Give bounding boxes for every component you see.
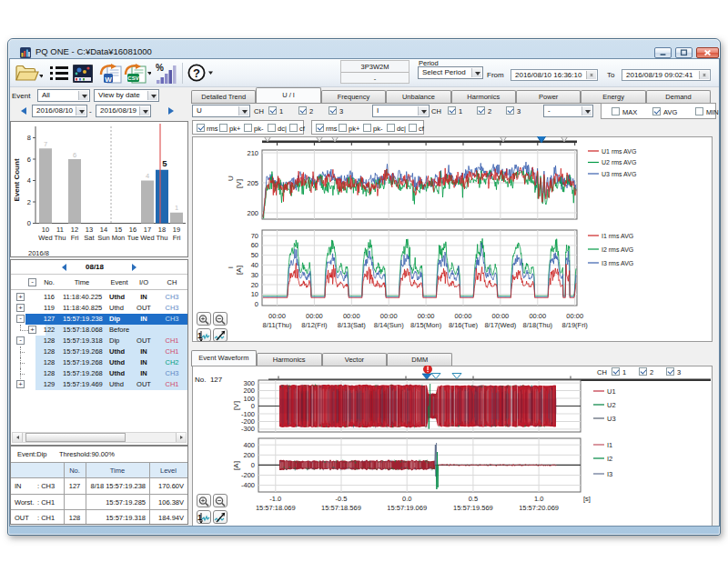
svg-text:-300: -300 (241, 425, 255, 433)
svg-text:-1.0: -1.0 (269, 495, 281, 503)
svg-text:U2 rms AVG: U2 rms AVG (602, 159, 636, 166)
svg-text:-200: -200 (241, 417, 255, 426)
svg-text:19: 19 (173, 226, 180, 234)
svg-text:W: W (105, 75, 112, 84)
svg-text:4: 4 (27, 176, 31, 185)
svg-text:4: 4 (146, 172, 149, 180)
svg-text:8: 8 (27, 134, 31, 142)
svg-text:30: 30 (251, 271, 258, 279)
svg-text:[V]: [V] (235, 179, 243, 188)
svg-text:I3 rms AVG: I3 rms AVG (602, 260, 633, 266)
svg-text:400: 400 (243, 441, 255, 449)
svg-text:%: % (156, 63, 164, 73)
svg-text:15: 15 (115, 226, 122, 234)
svg-text:15:57:19.069: 15:57:19.069 (387, 504, 427, 512)
svg-text:2016/8: 2016/8 (28, 249, 49, 257)
svg-text:13: 13 (86, 226, 93, 234)
svg-text:0.5: 0.5 (469, 495, 478, 503)
svg-text:?: ? (193, 66, 200, 80)
svg-text:Thu: Thu (157, 234, 168, 242)
svg-text:Event Count: Event Count (13, 158, 21, 201)
svg-text:14: 14 (100, 226, 107, 234)
svg-text:[s]: [s] (583, 495, 591, 503)
svg-text:6: 6 (73, 151, 76, 159)
svg-text:U: U (227, 176, 235, 181)
svg-text:8/18(Thu): 8/18(Thu) (523, 321, 553, 329)
svg-text:40: 40 (251, 261, 258, 269)
svg-text:00:00: 00:00 (455, 312, 472, 320)
svg-text:8/19(Fri): 8/19(Fri) (562, 321, 589, 329)
svg-text:I1 rms AVG: I1 rms AVG (602, 233, 633, 239)
svg-text:Fri: Fri (173, 234, 181, 242)
svg-text:8/12(Fri): 8/12(Fri) (301, 321, 328, 329)
svg-text:8/16(Tue): 8/16(Tue) (449, 321, 479, 329)
svg-text:U3 rms AVG: U3 rms AVG (602, 171, 636, 177)
svg-text:1.0: 1.0 (534, 495, 543, 503)
svg-text:00:00: 00:00 (529, 312, 546, 320)
svg-text:0.0: 0.0 (402, 495, 411, 503)
svg-text:00:00: 00:00 (343, 312, 360, 320)
svg-text:18: 18 (158, 226, 166, 234)
svg-text:2: 2 (27, 198, 31, 206)
svg-text:Tue: Tue (127, 234, 139, 242)
svg-text:I1: I1 (607, 441, 612, 449)
svg-text:Wed: Wed (140, 234, 154, 242)
svg-text:I: I (227, 266, 235, 268)
svg-text:00:00: 00:00 (268, 312, 286, 320)
svg-text:200: 200 (243, 386, 255, 395)
svg-text:17: 17 (144, 226, 151, 234)
svg-text:0: 0 (251, 402, 255, 410)
svg-text:200: 200 (247, 209, 258, 217)
svg-text:300: 300 (243, 379, 255, 387)
svg-text:1: 1 (175, 204, 178, 212)
svg-text:8/15(Mon): 8/15(Mon) (410, 321, 442, 329)
svg-text:U2: U2 (607, 401, 616, 409)
svg-text:210: 210 (247, 149, 258, 157)
svg-text:8/14(Sun): 8/14(Sun) (374, 321, 404, 329)
svg-text:U1: U1 (607, 387, 616, 396)
svg-text:Mon: Mon (112, 234, 126, 242)
svg-text:Wed: Wed (38, 234, 52, 242)
svg-text:10: 10 (251, 290, 258, 298)
svg-text:-0.5: -0.5 (336, 495, 348, 503)
svg-text:15:57:20.069: 15:57:20.069 (519, 504, 559, 512)
svg-text:[V]: [V] (232, 401, 240, 410)
svg-text:00:00: 00:00 (418, 312, 435, 320)
svg-text:6: 6 (27, 156, 31, 164)
svg-text:15:57:18.569: 15:57:18.569 (321, 504, 361, 512)
svg-text:5: 5 (162, 158, 167, 168)
svg-text:100: 100 (243, 395, 255, 403)
svg-text:Fri: Fri (71, 234, 79, 242)
svg-text:[A]: [A] (232, 461, 240, 470)
svg-text:7: 7 (44, 140, 47, 148)
svg-text:[A]: [A] (235, 266, 243, 275)
svg-text:50: 50 (251, 251, 258, 259)
svg-text:12: 12 (71, 226, 78, 234)
svg-text:00:00: 00:00 (380, 312, 398, 320)
svg-text:15:57:18.069: 15:57:18.069 (256, 504, 296, 512)
svg-text:Thu: Thu (55, 234, 66, 242)
svg-text:-200: -200 (241, 471, 255, 479)
svg-text:I2: I2 (607, 455, 612, 463)
svg-text:20: 20 (251, 281, 258, 289)
svg-text:16: 16 (129, 226, 136, 234)
svg-text:205: 205 (247, 179, 258, 187)
svg-text:Sun: Sun (97, 234, 109, 242)
svg-text:70: 70 (251, 232, 258, 240)
svg-text:00:00: 00:00 (492, 312, 510, 320)
svg-text:I3: I3 (607, 470, 612, 478)
svg-text:11: 11 (56, 226, 64, 234)
svg-text:00:00: 00:00 (566, 312, 583, 320)
svg-text:8/11(Thu): 8/11(Thu) (263, 321, 292, 329)
svg-text:0: 0 (27, 219, 31, 227)
svg-text:Sat: Sat (84, 234, 95, 242)
svg-text:8/17(Wed): 8/17(Wed) (484, 321, 516, 329)
svg-text:-100: -100 (241, 410, 255, 418)
svg-text:I2 rms AVG: I2 rms AVG (602, 246, 633, 253)
svg-text:00:00: 00:00 (306, 312, 323, 320)
svg-text:U1 rms AVG: U1 rms AVG (602, 148, 636, 155)
svg-text:200: 200 (243, 451, 255, 459)
svg-text:U3: U3 (607, 415, 616, 423)
svg-text:0: 0 (251, 461, 255, 469)
svg-text:CSV: CSV (127, 75, 138, 81)
